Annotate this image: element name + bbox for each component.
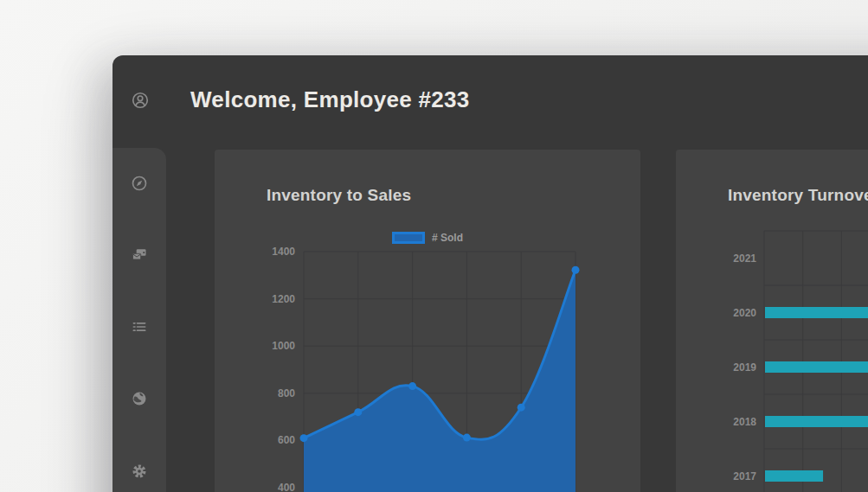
svg-text:2017: 2017	[733, 470, 756, 482]
inventory-turnover-chart: 20212020201920182017	[676, 150, 868, 492]
compass-icon[interactable]	[131, 175, 148, 192]
account-circle-icon[interactable]	[131, 91, 150, 110]
mail-terminal-icon[interactable]	[131, 246, 148, 264]
dashboard-window: Welcome, Employee #233	[113, 55, 868, 492]
page: { "header": { "title": "Welcome, Employe…	[0, 0, 868, 492]
svg-text:800: 800	[278, 387, 295, 399]
svg-text:2021: 2021	[733, 252, 756, 265]
svg-text:1400: 1400	[272, 246, 295, 258]
svg-text:2018: 2018	[733, 416, 756, 428]
svg-text:400: 400	[278, 482, 295, 492]
inventory-to-sales-chart: 140012001000800600400	[215, 150, 640, 492]
header: Welcome, Employee #233	[113, 55, 868, 148]
list-icon[interactable]	[131, 318, 148, 335]
page-title: Welcome, Employee #233	[190, 86, 470, 113]
gear-icon[interactable]	[131, 463, 148, 480]
sidebar	[113, 148, 166, 492]
svg-text:2019: 2019	[733, 361, 756, 374]
globe-icon[interactable]	[131, 390, 148, 407]
svg-text:2020: 2020	[733, 307, 756, 319]
svg-text:600: 600	[278, 434, 295, 446]
svg-text:1000: 1000	[272, 340, 295, 352]
card-inventory-to-sales: Inventory to Sales # Sold 14001200100080…	[215, 150, 640, 492]
card-inventory-turnover: Inventory Turnover 20212020201920182017	[676, 150, 868, 492]
svg-text:1200: 1200	[272, 293, 295, 305]
